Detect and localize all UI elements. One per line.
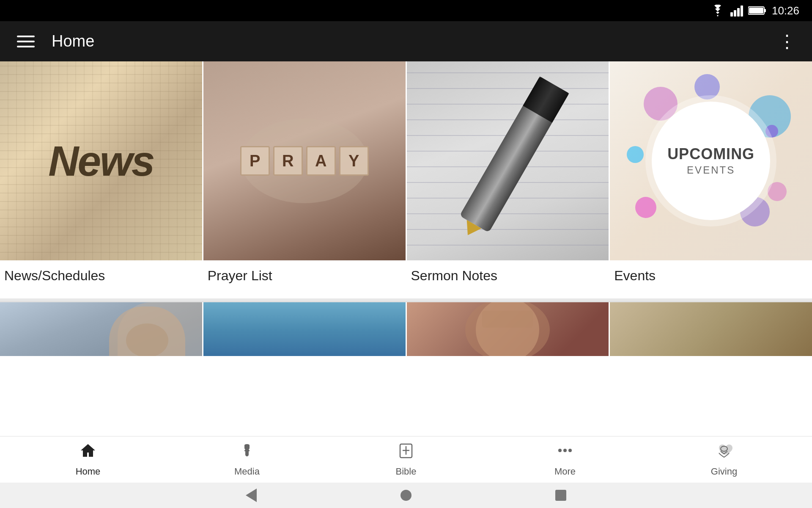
bottom-grid	[0, 301, 812, 356]
more-icon	[557, 442, 573, 463]
pray-block-p: P	[240, 146, 270, 176]
sermon-image	[407, 61, 609, 260]
upcoming-label: UPCOMING	[667, 146, 754, 163]
grid-item-bottom-3[interactable]	[406, 302, 609, 356]
giving-icon	[716, 442, 732, 463]
grid-item-bottom-4[interactable]	[609, 302, 812, 356]
back-button[interactable]	[246, 489, 257, 502]
status-icons: 10:26	[710, 4, 799, 17]
svg-point-10	[558, 449, 562, 452]
grid-item-bottom-2[interactable]	[202, 302, 406, 356]
toolbar: Home ⋮	[0, 21, 812, 61]
sermon-notes-label: Sermon Notes	[407, 260, 609, 288]
battery-icon	[748, 6, 767, 16]
svg-rect-2	[737, 8, 740, 17]
grid-item-bottom-1[interactable]	[0, 302, 202, 356]
pray-block-r: R	[273, 146, 303, 176]
prayer-list-label: Prayer List	[203, 260, 406, 288]
system-navigation-bar	[0, 483, 812, 508]
events-label-text: Events	[610, 260, 812, 288]
wifi-icon	[710, 5, 725, 17]
svg-rect-0	[730, 12, 733, 17]
nav-item-more[interactable]: More	[486, 442, 645, 477]
bible-icon	[398, 442, 414, 463]
main-content: News News/Schedules P R A Y Prayer List	[0, 61, 812, 436]
nav-item-media[interactable]: Media	[167, 442, 326, 477]
recents-button[interactable]	[555, 490, 566, 501]
svg-rect-6	[749, 8, 763, 14]
more-vert-icon[interactable]: ⋮	[778, 31, 795, 52]
bottom-image-2	[203, 302, 406, 356]
events-label: EVENTS	[687, 164, 735, 176]
media-icon	[239, 442, 255, 463]
top-grid: News News/Schedules P R A Y Prayer List	[0, 61, 812, 298]
pen-cap	[523, 76, 569, 122]
pray-block-y: Y	[339, 146, 369, 176]
bottom-image-1	[0, 302, 202, 356]
nav-item-home[interactable]: Home	[8, 442, 167, 477]
news-schedules-label: News/Schedules	[0, 260, 202, 288]
nav-item-giving[interactable]: Giving	[645, 442, 804, 477]
grid-item-prayer-list[interactable]: P R A Y Prayer List	[202, 61, 406, 298]
home-icon	[80, 442, 96, 463]
grid-item-news-schedules[interactable]: News News/Schedules	[0, 61, 202, 298]
hamburger-line-3	[17, 46, 35, 47]
events-image: UPCOMING EVENTS	[610, 61, 812, 260]
hamburger-line-2	[17, 41, 35, 42]
nav-item-bible[interactable]: Bible	[326, 442, 486, 477]
status-time: 10:26	[772, 4, 799, 17]
svg-rect-3	[741, 6, 743, 17]
grid-item-events[interactable]: UPCOMING EVENTS Events	[609, 61, 812, 298]
bottom-navigation: Home Media Bible More	[0, 436, 812, 483]
signal-icon	[730, 5, 743, 17]
svg-rect-5	[764, 9, 766, 12]
nav-label-more: More	[554, 466, 576, 477]
system-home-button[interactable]	[401, 490, 411, 501]
svg-rect-1	[734, 10, 736, 17]
bottom-image-3	[407, 302, 609, 356]
hamburger-line-1	[17, 36, 35, 37]
nav-label-media: Media	[234, 466, 260, 477]
nav-label-giving: Giving	[711, 466, 737, 477]
pray-blocks: P R A Y	[240, 146, 369, 176]
nav-label-home: Home	[76, 466, 101, 477]
news-text: News	[48, 137, 154, 185]
svg-point-12	[568, 449, 572, 452]
grid-item-sermon-notes[interactable]: Sermon Notes	[406, 61, 609, 298]
pen-shape	[460, 76, 569, 232]
bottom-image-4	[610, 302, 812, 356]
page-title: Home	[52, 32, 94, 50]
nav-label-bible: Bible	[396, 466, 417, 477]
pen-tip	[461, 220, 482, 240]
hamburger-menu-icon[interactable]	[17, 36, 35, 47]
events-circle: UPCOMING EVENTS	[652, 102, 770, 220]
status-bar: 10:26	[0, 0, 812, 21]
toolbar-left: Home	[17, 32, 94, 50]
news-image: News	[0, 61, 202, 260]
prayer-image: P R A Y	[203, 61, 406, 260]
svg-point-11	[563, 449, 567, 452]
pray-block-a: A	[306, 146, 336, 176]
